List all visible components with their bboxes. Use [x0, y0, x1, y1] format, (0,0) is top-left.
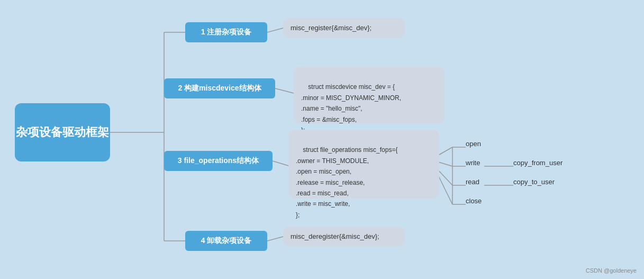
root-label: 杂项设备驱动框架	[16, 124, 109, 141]
branch-node-1: 1 注册杂项设备	[185, 22, 267, 42]
root-node: 杂项设备驱动框架	[15, 103, 110, 161]
branch-node-4: 4 卸载杂项设备	[185, 231, 267, 251]
detail-node-1: misc_register{&misc_dev};	[283, 18, 405, 38]
detail-node-2: struct miscdevice misc_dev = { .minor = …	[294, 67, 445, 124]
svg-line-10	[273, 161, 288, 166]
svg-line-9	[275, 88, 294, 93]
leaf-close: close	[466, 197, 482, 205]
detail-node-3: struct file_operations misc_fops={ .owne…	[288, 130, 439, 199]
leaf-open: open	[466, 140, 481, 148]
svg-line-11	[267, 237, 283, 241]
leaf-write: write	[466, 159, 480, 167]
detail-node-4: misc_deregister{&misc_dev};	[283, 227, 405, 247]
branch-node-2: 2 构建miscdevice结构体	[164, 78, 275, 98]
leaf-read: read	[466, 178, 479, 186]
branch-node-3: 3 file_operations结构体	[164, 151, 273, 171]
subleaf-copy-to-user: copy_to_user	[513, 178, 555, 186]
svg-line-8	[267, 28, 283, 32]
subleaf-copy-from-user: copy_from_user	[513, 159, 563, 167]
watermark: CSDN @goldeneye	[586, 267, 637, 274]
mind-map: 杂项设备驱动框架 1 注册杂项设备 2 构建miscdevice结构体 3 fi…	[0, 0, 644, 279]
